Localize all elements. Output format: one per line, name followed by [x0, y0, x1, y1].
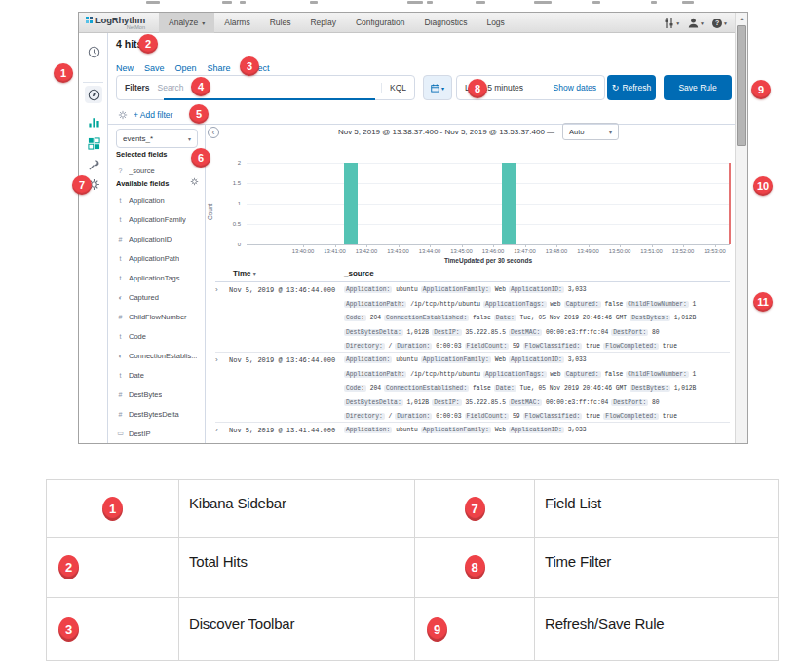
doc-source-line: DestBytesDelta: 1,012BDestIP: 35.222.85.…	[344, 328, 732, 338]
expand-row-icon[interactable]: ›	[215, 285, 229, 295]
refresh-button[interactable]: ↻ Refresh	[607, 75, 656, 100]
kql-button[interactable]: KQL	[381, 83, 414, 93]
field-key: DestPort:	[611, 399, 648, 406]
field-value: false	[604, 371, 623, 378]
scrollbar[interactable]: ▲	[735, 13, 747, 443]
doc-source-line: Application: ubuntuApplicationFamily: We…	[344, 355, 732, 365]
doc-timestamp: Nov 5, 2019 @ 13:46:44.000	[229, 285, 344, 295]
field-list-item[interactable]: tCode	[116, 327, 203, 345]
field-key: ChildFlowNumber:	[626, 301, 688, 308]
dev-tools-wrench-icon[interactable]	[85, 156, 102, 173]
field-type-icon: t	[116, 372, 125, 379]
show-dates-link[interactable]: Show dates	[554, 83, 596, 93]
doc-source-line: Directory: /Duration: 0:00:03FieldCount:…	[344, 342, 732, 352]
field-type-icon: ◐	[116, 353, 125, 359]
recent-clock-icon[interactable]	[85, 43, 102, 60]
rail-divider	[83, 82, 103, 83]
nav-item-configuration[interactable]: Configuration	[346, 13, 415, 33]
field-type-icon: #	[116, 314, 125, 320]
time-range-end-line	[729, 163, 731, 244]
filter-settings-gear-icon[interactable]	[118, 110, 128, 120]
field-list-item[interactable]: ▭DestIP	[116, 425, 203, 442]
field-value: 1	[693, 371, 697, 378]
field-value: false	[473, 315, 491, 321]
field-value: 204	[370, 385, 381, 392]
field-list-item[interactable]: tApplicationTags	[116, 269, 203, 286]
toolbar-link-open[interactable]: Open	[175, 63, 197, 73]
legend-badge-2: 2	[58, 555, 79, 579]
field-list-item[interactable]: tDate	[116, 366, 203, 384]
save-rule-button[interactable]: Save Rule	[664, 75, 732, 100]
nav-item-label: Replay	[310, 18, 335, 27]
time-column-header[interactable]: Time ▾	[233, 269, 256, 278]
index-pattern-select[interactable]: events_* ▾	[116, 129, 198, 148]
nav-item-diagnostics[interactable]: Diagnostics	[414, 13, 477, 33]
axis-tick	[399, 244, 400, 247]
doc-source-line: ApplicationPath: /ip/tcp/http/ubuntuAppl…	[344, 300, 732, 310]
doc-source: Application: ubuntuApplicationFamily: We…	[344, 426, 732, 440]
field-list-item[interactable]: tApplication	[116, 191, 203, 208]
nav-item-logs[interactable]: Logs	[477, 13, 514, 33]
field-name: Captured	[129, 293, 159, 302]
interval-select[interactable]: Auto ▾	[562, 123, 619, 140]
field-value: Web	[495, 356, 506, 363]
field-list-item[interactable]: tApplicationFamily	[116, 210, 203, 228]
scrollbar-thumb[interactable]	[737, 25, 746, 146]
search-input[interactable]: Filters Search KQL	[116, 75, 415, 100]
available-fields-gear-icon[interactable]	[190, 177, 199, 186]
nav-item-label: Diagnostics	[424, 18, 467, 27]
field-list-item[interactable]: #DestBytes	[116, 386, 203, 403]
callout-marker-10: 10	[753, 176, 773, 196]
field-key: ConnectionEstablished:	[384, 385, 469, 392]
toolbar-link-new[interactable]: New	[116, 63, 134, 73]
scroll-up-arrow-icon[interactable]: ▲	[736, 13, 747, 24]
field-value: 3,033	[568, 286, 587, 293]
visualize-chart-icon[interactable]	[85, 113, 102, 131]
nav-item-label: Logs	[486, 18, 504, 27]
x-tick-label: 13:43:00	[387, 248, 409, 254]
nav-item-replay[interactable]: Replay	[300, 13, 345, 33]
field-value: true	[586, 413, 600, 420]
dashboard-icon[interactable]	[85, 134, 102, 152]
user-icon[interactable]: ▼	[688, 18, 705, 28]
legend-label: Total Hits	[189, 553, 248, 570]
field-list-item[interactable]: #DestBytesDelta	[116, 405, 203, 423]
field-list-item[interactable]: #ChildFlowNumber	[116, 308, 203, 325]
toolbar-link-share[interactable]: Share	[208, 63, 231, 73]
field-list-item[interactable]: ◐Captured	[116, 288, 203, 306]
index-pattern-value: events_*	[123, 134, 153, 143]
nav-item-alarms[interactable]: Alarms	[214, 13, 259, 33]
annotated-screenshot-page: LogRhythm NetMon Analyze▾AlarmsRulesRepl…	[0, 0, 802, 672]
settings-sliders-icon[interactable]: ▼	[665, 18, 680, 28]
y-tick-label: 1	[223, 201, 241, 206]
time-picker-calendar-button[interactable]: ▾	[423, 75, 452, 100]
collapse-nav-icon[interactable]	[85, 437, 102, 444]
callout-marker-9: 9	[751, 80, 771, 99]
collapse-field-list-button[interactable]: ‹	[208, 127, 219, 138]
toolbar-link-save[interactable]: Save	[144, 63, 165, 73]
nav-item-analyze[interactable]: Analyze▾	[159, 13, 214, 33]
field-list-item[interactable]: tApplicationPath	[116, 249, 203, 267]
field-list-item[interactable]: #ApplicationID	[116, 230, 203, 247]
field-value: 1,012B	[406, 329, 429, 336]
field-type-icon: ▭	[116, 429, 125, 437]
field-list-item[interactable]: ◐ConnectionEstablis...	[116, 347, 203, 364]
discover-compass-icon[interactable]	[85, 86, 102, 103]
field-list-panel: events_* ▾ Selected fields ?_source Avai…	[108, 125, 206, 443]
field-name: DestBytesDelta	[129, 410, 179, 419]
histogram-bar[interactable]	[502, 163, 516, 244]
field-value: 1,012B	[674, 315, 697, 321]
expand-row-icon[interactable]: ›	[215, 355, 229, 365]
calendar-caret-icon: ▾	[441, 85, 444, 92]
field-value: 00:00:e3:ff:fc:04	[546, 399, 608, 406]
callout-marker-11: 11	[753, 292, 773, 312]
histogram-bar[interactable]	[344, 163, 358, 244]
nav-item-rules[interactable]: Rules	[260, 13, 301, 33]
field-value: false	[473, 385, 491, 392]
filters-button[interactable]: Filters	[117, 83, 158, 93]
add-filter-link[interactable]: + Add filter	[134, 110, 172, 120]
help-icon[interactable]: ? ▼	[712, 19, 728, 28]
doc-source: Application: ubuntuApplicationFamily: We…	[344, 355, 732, 427]
expand-row-icon[interactable]: ›	[215, 426, 229, 435]
field-key: DestIP:	[432, 329, 461, 336]
